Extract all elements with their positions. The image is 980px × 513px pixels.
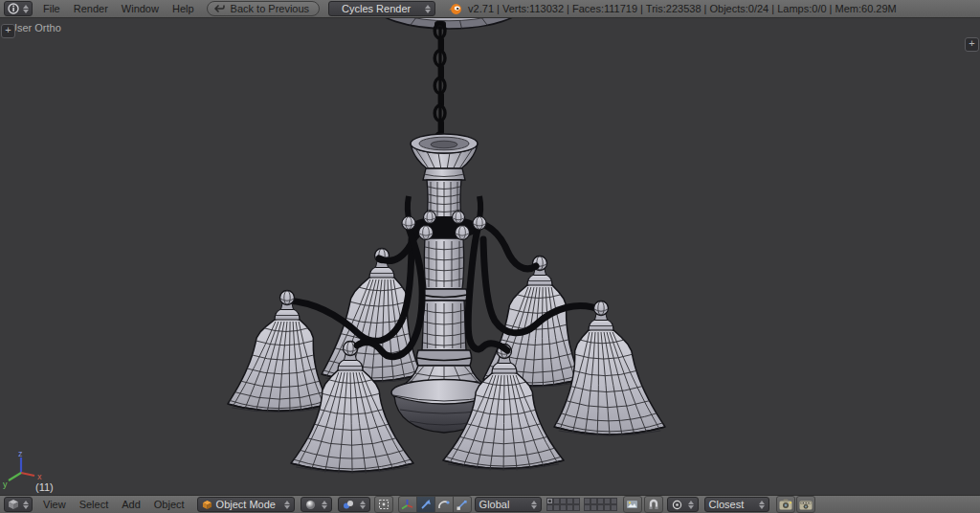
render-animation-button[interactable] [796,496,815,513]
viewport-shading-select[interactable] [301,497,332,512]
snap-element-select[interactable] [667,497,699,512]
engine-select-arrows [425,5,431,13]
snap-toggle-button[interactable] [644,496,663,513]
translate-manipulator-button[interactable] [416,496,435,513]
mode-select[interactable]: Object Mode [197,497,295,512]
menu-file[interactable]: File [36,3,67,14]
editor-select-arrows [23,5,29,13]
back-arrow-icon [213,4,226,14]
menu-window[interactable]: Window [115,3,166,14]
editor-type-select[interactable] [4,1,33,16]
snap-magnet-icon [648,499,659,510]
blender-window: { "header": { "menus": ["File", "Render"… [0,0,980,513]
scale-icon [456,499,468,511]
scale-manipulator-button[interactable] [453,496,472,513]
center-points-icon [378,499,390,510]
editor-3dview-icon [8,499,19,510]
snap-target-select[interactable]: Closest [704,497,769,512]
axis-x-label: x [37,472,42,481]
scene-lock-icon [626,499,638,510]
menu-add[interactable]: Add [115,499,147,510]
pivot-point-select[interactable] [338,497,370,512]
manipulator-axes-icon [401,499,413,511]
back-to-previous-button[interactable]: Back to Previous [207,1,321,16]
snap-element-icon [672,500,682,510]
render-engine-select[interactable]: Cycles Render [328,1,435,16]
render-still-button[interactable] [776,496,795,513]
blender-logo-icon [448,3,462,15]
scene-statistics: v2.71 | Verts:113032 | Faces:111719 | Tr… [468,3,897,14]
manipulator-toggle[interactable] [398,496,417,513]
render-still-icon [779,499,792,510]
menu-help[interactable]: Help [166,3,201,14]
layer-1[interactable] [546,498,553,504]
manipulate-center-points-toggle[interactable] [374,496,393,513]
menu-select[interactable]: Select [73,499,116,510]
rotate-manipulator-button[interactable] [434,496,454,513]
sidebar-region-expand-handle[interactable]: + [965,37,979,52]
menu-view[interactable]: View [36,499,73,510]
axis-z-label: z [18,452,23,458]
layers-group-2[interactable] [584,498,617,511]
rotate-icon [437,499,450,511]
menu-render[interactable]: Render [67,3,115,14]
editor-type-select-3dview[interactable] [4,497,33,512]
menu-object[interactable]: Object [147,499,191,510]
transform-orientation-select[interactable]: Global [475,497,542,512]
active-object-label: (11) [35,481,54,493]
info-editor-header: File Render Window Help Back to Previous… [0,0,980,18]
info-icon [8,3,19,14]
translate-icon [419,499,432,511]
axis-y-label: y [3,480,8,489]
object-mode-cube-icon [202,500,212,510]
lock-to-scene-button[interactable] [623,496,642,513]
layers-group-1[interactable] [546,498,580,511]
properties-region-expand-handle[interactable]: + [1,24,15,38]
viewport-header: View Select Add Object Object Mode [0,495,980,513]
pivot-point-icon [343,500,354,510]
viewport-3d[interactable] [0,0,980,513]
view-mode-label: User Ortho [10,22,61,33]
viewport-shading-sphere-icon [305,500,316,510]
render-animation-icon [799,499,813,510]
